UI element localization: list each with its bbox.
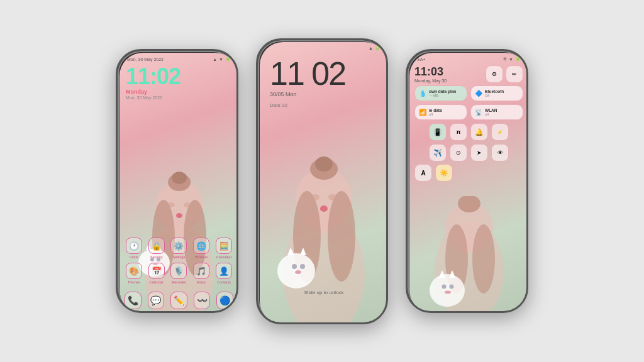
status-bar-phone3: SA+ ⊕ ▼ 🔋 (409, 53, 528, 63)
app-music[interactable]: 🎵 Music (192, 263, 211, 284)
qs-small-row1: 📳 π 🔔 ⚡ (414, 123, 523, 141)
brightness-row: A ☀️ (414, 164, 523, 182)
status-bar-phone2: ▲ 🔋 (260, 42, 388, 52)
dock-notes[interactable]: ✏️ (170, 292, 187, 309)
clock-day-phone1: Monday (126, 89, 232, 95)
qs-tile-bluetooth[interactable]: 🔷 Bluetooth Off (470, 85, 523, 101)
slide-unlock-text: Slide up to unlock (260, 290, 388, 305)
qs-location[interactable]: ➤ (470, 144, 488, 162)
qs-brightness[interactable]: ☀️ (435, 164, 453, 182)
signal-icon: ▲ (213, 57, 217, 62)
app-label-calculator: Calculator (216, 255, 232, 259)
qs-bell[interactable]: 🔔 (470, 123, 488, 141)
dock-activity[interactable]: 〰️ (194, 292, 211, 309)
dock-phone1: 📞 💬 ✏️ 〰️ 🔵 (119, 288, 238, 313)
status-sa: SA+ (417, 57, 425, 62)
qs-theme[interactable]: ⊙ (450, 144, 467, 162)
app-recorder[interactable]: 🎙️ Recorder (170, 263, 189, 284)
app-icon-contacts: 👤 (216, 263, 232, 279)
phone1-homescreen: Mon, 30 May 2022 ▲ ▼ 🔋 11:02 Monday Mon,… (116, 49, 238, 313)
clock-time-phone1: 11:02 (126, 65, 232, 88)
qs-tile-data-text: own data plan — MB (429, 89, 456, 97)
qs-bt-sub: Off (485, 94, 504, 97)
qs-mobile-sub: off (429, 112, 442, 116)
qs-header: 11:03 Monday, May 30 ⚙ ✏ (414, 65, 523, 83)
lock-date: 30/05 Mon (270, 91, 378, 97)
qs-tile-mobile-text: le data off (429, 108, 442, 116)
mobile-data-icon: 📶 (419, 109, 426, 116)
app-icon-calculator: 🧮 (216, 238, 232, 254)
app-icon-themes: 🎨 (126, 263, 142, 279)
qs-tile-wlan-text: WLAN off (485, 108, 497, 116)
app-calculator[interactable]: 🧮 Calculator (214, 238, 233, 259)
qs-nfc[interactable]: ⚡ (491, 123, 509, 141)
app-icon-calendar: 📅 (148, 263, 165, 279)
status-bar-phone1: Mon, 30 May 2022 ▲ ▼ 🔋 (119, 53, 238, 63)
qs-tile-data[interactable]: 💧 own data plan — MB (414, 85, 467, 101)
signal-icon3: ⊕ (503, 57, 507, 62)
app-clock[interactable]: 🕐 Clock (125, 238, 143, 259)
qs-main-tiles: 💧 own data plan — MB 🔷 Bluetooth Off (414, 85, 523, 120)
qs-wlan-sub: off (485, 112, 497, 116)
qs-tile-wlan[interactable]: 📡 WLAN off (470, 104, 523, 120)
wifi-icon3: ▼ (509, 57, 513, 62)
qs-wlan-title: WLAN (485, 108, 497, 112)
wlan-icon: 📡 (475, 109, 482, 116)
app-label-recorder: Recorder (172, 280, 186, 284)
signal-icon2: ▲ (369, 46, 373, 50)
app-label-music: Music (197, 280, 206, 284)
phone3-quicksettings: SA+ ⊕ ▼ 🔋 11:03 Monday, May 30 (406, 49, 528, 313)
app-label-themes: Themes (128, 280, 140, 284)
qs-mobile-title: le data (429, 108, 442, 112)
battery-icon2: 🔋 (375, 46, 380, 51)
qs-time: 11:03 (414, 65, 447, 79)
qs-bt-title: Bluetooth (485, 89, 504, 94)
app-label-browser: Browser (195, 255, 208, 259)
qs-math[interactable]: π (450, 123, 467, 141)
app-icon-settings: ⚙️ (170, 238, 187, 254)
dock-phone[interactable]: 📞 (125, 292, 142, 309)
app-browser[interactable]: 🌐 Browser (192, 238, 211, 259)
dock-messages[interactable]: 💬 (148, 292, 165, 309)
bluetooth-icon: 🔷 (475, 90, 482, 97)
qs-airplane[interactable]: ✈️ (429, 144, 447, 162)
battery-icon: 🔋 (225, 57, 231, 62)
app-icon-security: 🔒 (148, 238, 165, 254)
app-label-contacts: Contacts (217, 280, 231, 284)
app-label-clock: Clock (130, 255, 138, 259)
dock-camera[interactable]: 🔵 (216, 292, 233, 309)
qs-vibrate[interactable]: 📳 (429, 123, 447, 141)
app-label-security: Security (150, 255, 163, 259)
qs-eye[interactable]: 👁 (491, 144, 509, 162)
qs-date: Monday, May 30 (414, 79, 447, 83)
phone2-lockscreen: ▲ 🔋 11 02 30/05 Mon Date 30 Slide up to … (256, 38, 388, 324)
wifi-icon: ▼ (219, 57, 223, 62)
status-date: Mon, 30 May 2022 (127, 57, 164, 62)
app-icon-browser: 🌐 (193, 238, 209, 254)
qs-search-button[interactable]: ✏ (506, 65, 523, 83)
app-grid-phone1: 🕐 Clock 🔒 Security ⚙️ Settings 🌐 Browser (119, 234, 238, 288)
qs-font-a[interactable]: A (414, 164, 432, 182)
status-icons-phone3: ⊕ ▼ 🔋 (503, 57, 521, 62)
status-icons-phone2: ▲ 🔋 (369, 46, 380, 51)
qs-tile-bluetooth-text: Bluetooth Off (485, 89, 504, 97)
app-settings[interactable]: ⚙️ Settings (170, 238, 189, 259)
qs-data-title: own data plan (429, 89, 456, 94)
lock-date2: Date 30 (270, 102, 378, 108)
lock-clock-area: 11 02 30/05 Mon Date 30 (260, 52, 388, 113)
qs-data-sub: — MB (429, 94, 456, 97)
app-themes[interactable]: 🎨 Themes (125, 263, 143, 284)
clock-widget-phone1: 11:02 Monday Mon, 30 May 2022 (119, 63, 238, 102)
app-label-calendar: Calendar (150, 280, 164, 284)
app-icon-clock: 🕐 (126, 238, 142, 254)
clock-full-date-phone1: Mon, 30 May 2022 (126, 96, 232, 100)
qs-tile-mobile-data[interactable]: 📶 le data off (414, 104, 467, 120)
app-label-settings: Settings (173, 255, 186, 259)
app-security[interactable]: 🔒 Security (147, 238, 166, 259)
qs-panel: 11:03 Monday, May 30 ⚙ ✏ 💧 (409, 63, 528, 187)
status-icons-phone1: ▲ ▼ 🔋 (213, 57, 231, 62)
qs-small-row2: ✈️ ⊙ ➤ 👁 (414, 144, 523, 162)
qs-edit-button[interactable]: ⚙ (486, 65, 503, 83)
app-calendar[interactable]: 📅 Calendar (147, 263, 166, 284)
app-contacts[interactable]: 👤 Contacts (214, 263, 233, 284)
